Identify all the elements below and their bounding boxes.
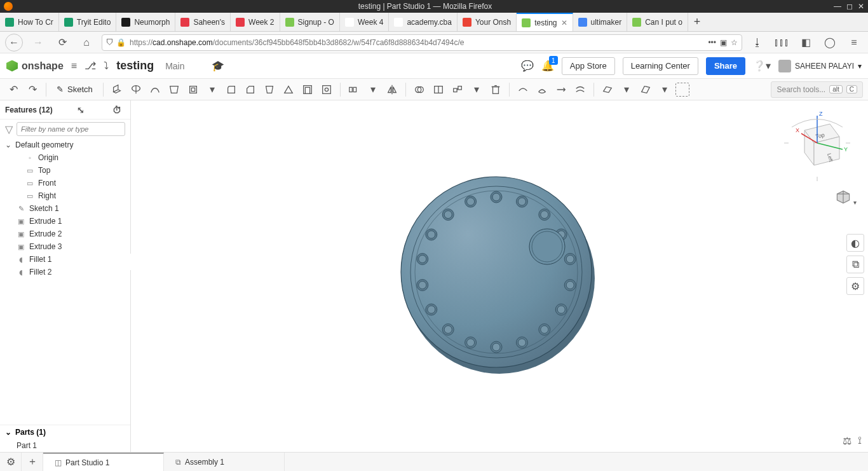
downloads-icon[interactable]: ⭳ — [749, 34, 766, 51]
browser-tab[interactable]: academy.cba — [389, 13, 457, 31]
transform-icon[interactable] — [449, 81, 466, 98]
hamburger-icon[interactable]: ≡ — [71, 60, 77, 72]
browser-tab[interactable]: How To Cr — [0, 13, 59, 31]
close-tab-icon[interactable]: ✕ — [561, 18, 567, 27]
thicken-icon[interactable] — [185, 81, 201, 98]
tree-item-geometry[interactable]: ▭Right — [0, 189, 130, 202]
tree-item-feature[interactable]: ◖Fillet 2 — [0, 266, 130, 278]
sidebar-icon[interactable]: ◧ — [797, 34, 815, 51]
rollback-icon[interactable]: ⤡ — [77, 105, 85, 115]
library-icon[interactable]: ⫿⫿⫿ — [773, 34, 790, 51]
version-graph-icon[interactable]: ⎇ — [85, 60, 96, 72]
draft-icon[interactable] — [261, 81, 278, 98]
funnel-icon[interactable]: ▽ — [5, 123, 13, 135]
fillet-icon[interactable] — [223, 81, 240, 98]
search-tools[interactable]: Search tools... alt C — [771, 81, 863, 98]
view-cube[interactable]: Top Left Y Z X — [779, 108, 855, 184]
features-filter-input[interactable] — [17, 122, 125, 136]
model-view[interactable] — [372, 145, 627, 399]
nav-back-button[interactable]: ← — [5, 34, 23, 51]
branch-name[interactable]: Main — [165, 61, 184, 71]
browser-tab[interactable]: ultimaker — [573, 13, 628, 31]
feature-tree[interactable]: ⌄ Default geometry ◦Origin▭Top▭Front▭Rig… — [0, 139, 130, 425]
dropdown-3-icon[interactable]: ▾ — [468, 81, 485, 98]
tab-part-studio[interactable]: ◫ Part Studio 1 — [43, 453, 164, 472]
tree-item-geometry[interactable]: ◦Origin — [0, 151, 130, 164]
tree-item-feature[interactable]: ▣Extrude 1 — [0, 215, 130, 228]
menu-icon[interactable]: ≡ — [845, 34, 863, 51]
sheet-metal-icon[interactable] — [637, 81, 654, 98]
selection-icon[interactable] — [675, 83, 689, 97]
browser-tab[interactable]: Week 2 — [231, 13, 280, 31]
rib-icon[interactable] — [280, 81, 297, 98]
graduation-icon[interactable]: 🎓 — [212, 60, 224, 72]
dropdown-4-icon[interactable]: ▾ — [618, 81, 635, 98]
tree-item-geometry[interactable]: ▭Top — [0, 164, 130, 177]
sketch-button[interactable]: ✎ Sketch — [51, 81, 98, 98]
help-icon[interactable]: ❔▾ — [753, 60, 771, 72]
parts-header[interactable]: ⌄ Parts (1) — [0, 425, 130, 439]
surface-fill-icon[interactable] — [534, 81, 550, 98]
nav-home-button[interactable]: ⌂ — [78, 34, 95, 51]
measure-tool-icon[interactable]: ⚙ — [846, 277, 864, 295]
nav-reload-button[interactable]: ⟳ — [53, 34, 71, 51]
insert-icon[interactable]: ⤵ — [104, 60, 109, 72]
tree-item-part[interactable]: Part 1 — [0, 439, 130, 452]
browser-tab[interactable]: Tryit Edito — [59, 13, 117, 31]
redo-button[interactable]: ↷ — [24, 81, 41, 98]
dropdown-5-icon[interactable]: ▾ — [656, 81, 673, 98]
reader-icon[interactable]: ▣ — [720, 38, 727, 47]
chamfer-icon[interactable] — [242, 81, 259, 98]
browser-tab[interactable]: Signup - O — [280, 13, 340, 31]
tab-assembly[interactable]: ⧉ Assembly 1 — [164, 453, 285, 472]
browser-tab[interactable]: Saheen's — [175, 13, 231, 31]
loft-icon[interactable] — [166, 81, 182, 98]
surface-move-icon[interactable] — [553, 81, 569, 98]
document-name[interactable]: testing — [116, 59, 154, 72]
browser-tab[interactable]: Your Onsh — [458, 13, 517, 31]
window-close-icon[interactable]: ✕ — [858, 2, 864, 11]
user-menu[interactable]: SAHEEN PALAYI ▾ — [778, 60, 862, 72]
bookmark-star-icon[interactable]: ☆ — [731, 38, 738, 47]
delete-part-icon[interactable] — [487, 81, 504, 98]
surface-extrude-icon[interactable] — [515, 81, 531, 98]
tree-item-geometry[interactable]: ▭Front — [0, 177, 130, 189]
appearance-tool-icon[interactable]: ◐ — [846, 234, 864, 252]
learning-center-button[interactable]: Learning Center — [623, 57, 698, 75]
tree-item-feature[interactable]: ▣Extrude 2 — [0, 228, 130, 240]
model-canvas[interactable]: Top Left Y Z X ▾ ◐ ⧉ ⚙ — [131, 100, 868, 452]
browser-tab[interactable]: Neumorph — [116, 13, 175, 31]
account-icon[interactable]: ◯ — [821, 34, 839, 51]
window-maximize-icon[interactable]: ◻ — [846, 2, 853, 11]
boolean-icon[interactable] — [411, 81, 428, 98]
mass-props-tool-icon[interactable]: ⧉ — [846, 256, 864, 273]
plane-icon[interactable] — [599, 81, 616, 98]
browser-tab[interactable]: testing✕ — [517, 13, 573, 31]
tree-item-feature[interactable]: ✎Sketch 1 — [0, 202, 130, 215]
comments-icon[interactable]: 💬 — [521, 60, 534, 72]
precision-icon[interactable]: ⟟ — [858, 435, 862, 447]
add-tab-icon[interactable]: ＋ — [22, 453, 43, 472]
hole-icon[interactable] — [318, 81, 335, 98]
surface-offset-icon[interactable] — [572, 81, 588, 98]
pattern-linear-icon[interactable] — [346, 81, 362, 98]
revolve-icon[interactable] — [128, 81, 144, 98]
app-store-button[interactable]: App Store — [562, 57, 615, 75]
tree-item-feature[interactable]: ▣Extrude 3 — [0, 240, 130, 253]
sweep-icon[interactable] — [147, 81, 163, 98]
browser-tab[interactable]: Can I put o — [627, 13, 688, 31]
mirror-icon[interactable] — [384, 81, 400, 98]
undo-button[interactable]: ↶ — [5, 81, 22, 98]
split-icon[interactable] — [430, 81, 447, 98]
shell-icon[interactable] — [299, 81, 316, 98]
nav-forward-button[interactable]: → — [29, 34, 47, 51]
notifications-icon[interactable]: 🔔1 — [541, 60, 554, 72]
new-tab-button[interactable]: + — [688, 13, 706, 31]
onshape-logo[interactable]: onshape — [6, 60, 64, 72]
tree-default-geometry[interactable]: ⌄ Default geometry — [0, 139, 130, 151]
dropdown-1-icon[interactable]: ▾ — [204, 81, 220, 98]
tab-options-icon[interactable]: ⚙ — [0, 453, 22, 472]
window-minimize-icon[interactable]: — — [834, 2, 841, 11]
dropdown-2-icon[interactable]: ▾ — [365, 81, 381, 98]
address-bar[interactable]: ⛉ 🔒 https://cad.onshape.com/documents/36… — [102, 34, 742, 51]
